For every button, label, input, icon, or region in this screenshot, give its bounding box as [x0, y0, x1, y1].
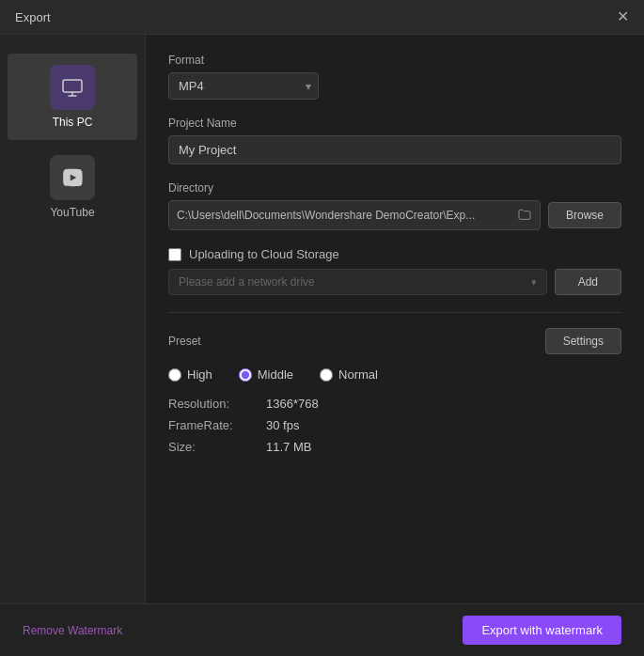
directory-row: C:\Users\dell\Documents\Wondershare Demo… [168, 200, 621, 230]
radio-group: High Middle Normal [168, 367, 621, 382]
cloud-checkbox[interactable] [168, 248, 181, 261]
divider [168, 312, 621, 313]
main-container: This PC YouTube Format MP4 AVI MOV WMV [0, 35, 644, 603]
folder-icon-button[interactable] [517, 207, 532, 224]
info-table: Resolution: 1366*768 FrameRate: 30 fps S… [168, 397, 621, 454]
youtube-icon [50, 155, 95, 200]
cloud-storage-group: Uploading to Cloud Storage Please add a … [168, 247, 621, 295]
content-area: Format MP4 AVI MOV WMV Project Name Dire… [146, 35, 644, 603]
resolution-key: Resolution: [168, 397, 262, 411]
cloud-input-row: Please add a network drive ▾ Add [168, 269, 621, 295]
export-button[interactable]: Export with watermark [463, 616, 621, 645]
add-button[interactable]: Add [555, 269, 621, 295]
radio-item-high: High [168, 367, 212, 382]
format-select-wrap: MP4 AVI MOV WMV [168, 72, 319, 100]
browse-button[interactable]: Browse [548, 202, 621, 228]
radio-item-middle: Middle [239, 367, 293, 382]
framerate-key: FrameRate: [168, 418, 262, 432]
cloud-placeholder: Please add a network drive [179, 275, 527, 289]
title-bar: Export ✕ [0, 0, 644, 35]
remove-watermark-button[interactable]: Remove Watermark [23, 624, 122, 637]
cloud-checkbox-label[interactable]: Uploading to Cloud Storage [189, 247, 339, 261]
cloud-input-wrap: Please add a network drive ▾ [168, 269, 547, 295]
preset-row: Preset Settings [168, 328, 621, 354]
radio-high-label[interactable]: High [187, 367, 212, 382]
sidebar-item-youtube-label: YouTube [50, 206, 94, 219]
radio-item-normal: Normal [320, 367, 378, 382]
preset-label: Preset [168, 335, 201, 348]
directory-path: C:\Users\dell\Documents\Wondershare Demo… [177, 209, 511, 222]
radio-normal[interactable] [320, 368, 333, 382]
radio-normal-label[interactable]: Normal [338, 367, 378, 382]
directory-group: Directory C:\Users\dell\Documents\Wonder… [168, 181, 621, 230]
sidebar-item-this-pc[interactable]: This PC [8, 54, 137, 140]
framerate-value: 30 fps [266, 418, 621, 432]
radio-middle[interactable] [239, 368, 252, 382]
project-name-label: Project Name [168, 117, 621, 130]
size-key: Size: [168, 440, 262, 454]
sidebar-item-youtube[interactable]: YouTube [8, 144, 137, 230]
format-label: Format [168, 54, 621, 67]
size-value: 11.7 MB [266, 440, 621, 454]
cloud-checkbox-row: Uploading to Cloud Storage [168, 247, 621, 261]
this-pc-icon [50, 65, 95, 110]
window-title: Export [15, 10, 51, 24]
project-name-group: Project Name [168, 117, 621, 164]
radio-high[interactable] [168, 368, 181, 382]
format-select[interactable]: MP4 AVI MOV WMV [168, 72, 319, 100]
cloud-dropdown-arrow: ▾ [531, 276, 537, 289]
project-name-input[interactable] [168, 135, 621, 164]
settings-button[interactable]: Settings [545, 328, 621, 354]
footer: Remove Watermark Export with watermark [0, 603, 644, 656]
directory-input-wrap: C:\Users\dell\Documents\Wondershare Demo… [168, 200, 541, 230]
sidebar-item-this-pc-label: This PC [53, 116, 93, 129]
resolution-value: 1366*768 [266, 397, 621, 411]
close-button[interactable]: ✕ [617, 9, 629, 24]
radio-middle-label[interactable]: Middle [258, 367, 293, 382]
sidebar: This PC YouTube [0, 35, 146, 603]
directory-label: Directory [168, 181, 621, 195]
svg-rect-0 [63, 80, 82, 92]
format-group: Format MP4 AVI MOV WMV [168, 54, 621, 100]
